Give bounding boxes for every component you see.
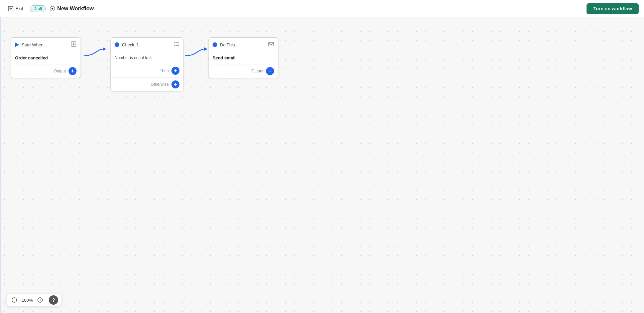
do-this-title: Do This... [220,42,238,47]
start-when-header-left: Start When... [15,42,47,47]
otherwise-add-button[interactable]: + [171,80,179,88]
start-when-header: Start When... [11,38,81,52]
check-circle-icon [50,6,55,11]
check-if-body: Number is equal to 5 [111,52,183,64]
do-this-header-left: Do This... [213,42,238,47]
then-add-button[interactable]: + [171,67,179,75]
svg-marker-2 [103,47,106,51]
left-bar [0,17,1,313]
email-icon [268,41,274,48]
page-title: New Workflow [50,6,94,12]
zoom-toolbar: 100% ? [7,294,61,306]
workflow-canvas: Start When... Order cancelled Output + C… [0,17,644,313]
start-when-node[interactable]: Start When... Order cancelled Output + [11,37,81,78]
plus-icon [37,297,43,303]
start-when-footer: Output + [11,64,81,78]
check-if-header: Check If... [111,38,183,52]
do-this-body: Send email [209,52,278,64]
play-icon [15,42,19,47]
header-left: Exit Draft New Workflow [5,5,94,13]
minus-icon [12,297,17,303]
check-if-then-footer: Then + [111,64,183,77]
draft-badge: Draft [30,5,46,12]
help-button[interactable]: ? [49,295,58,305]
do-this-footer: Output + [209,64,278,78]
zoom-in-button[interactable] [35,295,45,305]
start-add-button[interactable]: + [69,67,77,75]
check-if-otherwise-footer: Otherwise + [111,77,183,91]
check-if-dot [115,42,119,47]
do-this-header: Do This... [209,38,278,52]
turn-on-workflow-button[interactable]: Turn on workflow [587,3,639,14]
start-when-title: Start When... [22,42,47,47]
do-this-dot [213,42,217,47]
then-label: Then [160,68,169,73]
header: Exit Draft New Workflow Turn on workflow [0,0,644,17]
action-output-label: Output [251,69,263,73]
zoom-level: 100% [20,298,34,303]
list-check-icon [173,41,179,48]
svg-marker-3 [204,47,208,51]
check-if-node[interactable]: Check If... Number is equal to 5 Then + … [110,37,184,91]
download-icon [71,41,77,48]
zoom-out-button[interactable] [10,295,19,305]
exit-icon [8,6,13,11]
start-output-label: Output [54,69,66,73]
svg-rect-5 [268,42,274,46]
start-when-body: Order cancelled [11,52,81,64]
do-this-node[interactable]: Do This... Send email Output + [208,37,278,78]
connectors-svg [0,17,644,313]
exit-label: Exit [15,6,23,11]
check-if-title: Check If... [122,42,142,47]
check-if-header-left: Check If... [115,42,142,47]
otherwise-label: Otherwise [151,82,169,87]
exit-button[interactable]: Exit [5,5,26,13]
action-add-button[interactable]: + [266,67,274,75]
